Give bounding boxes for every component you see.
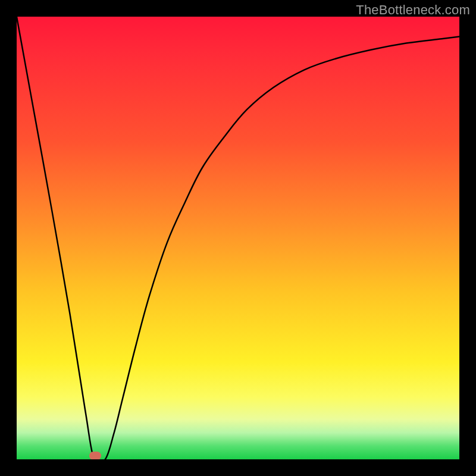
plot-area (17, 17, 459, 459)
bottleneck-curve (17, 17, 459, 459)
chart-frame: TheBottleneck.com (0, 0, 476, 476)
minimum-marker (89, 452, 101, 459)
watermark-text: TheBottleneck.com (356, 2, 470, 18)
